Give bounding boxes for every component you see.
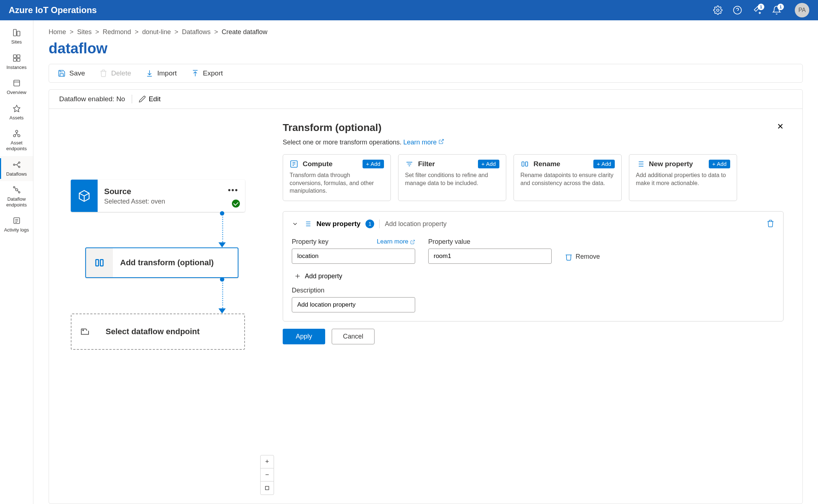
svg-point-23 xyxy=(83,330,84,331)
transform-panel-title: Transform (optional) xyxy=(283,122,381,134)
settings-icon[interactable] xyxy=(713,5,723,15)
connector-1 xyxy=(161,212,283,247)
chevron-down-icon xyxy=(292,221,298,227)
dataflows-icon xyxy=(12,160,22,170)
export-button[interactable]: Export xyxy=(191,69,223,77)
zoom-fit-button[interactable] xyxy=(261,482,274,495)
svg-rect-4 xyxy=(17,31,20,36)
notification-icon[interactable]: 1 xyxy=(772,5,782,15)
description-label: Description xyxy=(292,287,324,294)
transform-panel-subtitle: Select one or more transform operations.… xyxy=(283,139,795,146)
endpoint-node[interactable]: Select dataflow endpoint xyxy=(71,314,245,350)
description-input[interactable] xyxy=(292,297,415,312)
rename-card: Rename + Add Rename datapoints to ensure… xyxy=(514,154,622,201)
breadcrumb-donut-line[interactable]: donut-line xyxy=(142,28,171,36)
rename-add-button[interactable]: + Add xyxy=(593,160,615,168)
dataflow-endpoints-icon xyxy=(12,185,22,195)
dev-badge: 1 xyxy=(758,4,764,10)
main-panel: Dataflow enabled: No Edit Source Selecte… xyxy=(49,89,803,504)
zoom-out-button[interactable]: − xyxy=(261,468,274,482)
save-button[interactable]: Save xyxy=(58,69,85,77)
rule-count-badge: 1 xyxy=(365,220,374,228)
property-value-input[interactable] xyxy=(428,249,552,264)
property-key-label: Property key xyxy=(292,238,328,246)
svg-point-14 xyxy=(13,164,15,165)
sub-toolbar: Dataflow enabled: No Edit xyxy=(49,90,802,109)
header-actions: 1 1 PA xyxy=(713,3,809,17)
zoom-in-button[interactable]: + xyxy=(261,455,274,468)
svg-rect-31 xyxy=(525,162,528,166)
breadcrumb-dataflows[interactable]: Dataflows xyxy=(182,28,210,36)
rule-header[interactable]: New property 1 Add location property xyxy=(283,218,783,235)
page-title: dataflow xyxy=(49,40,803,57)
top-header: Azure IoT Operations 1 1 PA xyxy=(0,0,818,20)
transform-icon xyxy=(86,248,113,277)
learn-more-link[interactable]: Learn more xyxy=(377,238,415,245)
endpoint-icon xyxy=(71,314,98,349)
flow-canvas[interactable]: Source Selected Asset: oven ••• Add tran… xyxy=(49,109,283,504)
list-icon xyxy=(636,160,645,168)
activity-logs-icon xyxy=(12,216,22,226)
svg-point-1 xyxy=(733,6,741,14)
svg-line-44 xyxy=(412,240,414,242)
apply-button[interactable]: Apply xyxy=(283,329,325,344)
breadcrumb: Home> Sites> Redmond> donut-line> Datafl… xyxy=(49,28,803,36)
svg-rect-6 xyxy=(17,55,20,58)
asset-endpoints-icon xyxy=(12,128,22,139)
edit-button[interactable]: Edit xyxy=(139,95,161,103)
filter-card: Filter + Add Set filter conditions to re… xyxy=(398,154,506,201)
delete-rule-button[interactable] xyxy=(766,220,774,229)
dev-tools-icon[interactable]: 1 xyxy=(752,5,762,15)
sidebar-item-sites[interactable]: Sites xyxy=(0,24,33,49)
breadcrumb-sites[interactable]: Sites xyxy=(77,28,92,36)
property-value-label: Property value xyxy=(428,238,470,246)
svg-rect-8 xyxy=(17,58,20,61)
sidebar-item-asset-endpoints[interactable]: Asset endpoints xyxy=(0,125,33,156)
source-node[interactable]: Source Selected Asset: oven ••• xyxy=(71,180,245,212)
rules-panel: New property 1 Add location property xyxy=(283,211,784,321)
newprop-add-button[interactable]: + Add xyxy=(709,160,730,168)
compute-card: Compute + Add Transform data through con… xyxy=(283,154,391,201)
remove-button[interactable]: Remove xyxy=(565,253,600,261)
transform-node[interactable]: Add transform (optional) xyxy=(85,247,238,278)
svg-point-15 xyxy=(19,162,20,163)
add-property-button[interactable]: Add property xyxy=(294,273,774,280)
svg-line-25 xyxy=(441,139,443,142)
notif-badge: 1 xyxy=(777,4,784,10)
import-button[interactable]: Import xyxy=(146,69,177,77)
svg-point-16 xyxy=(19,166,20,168)
app-title: Azure IoT Operations xyxy=(9,5,713,15)
learn-more-link[interactable]: Learn more xyxy=(403,139,444,146)
filter-add-button[interactable]: + Add xyxy=(478,160,499,168)
delete-button: Delete xyxy=(99,69,131,77)
sidebar-item-dataflow-endpoints[interactable]: Dataflow endpoints xyxy=(0,181,33,212)
svg-rect-3 xyxy=(13,29,16,36)
sidebar-item-dataflows[interactable]: Dataflows xyxy=(0,156,33,181)
transform-cards: Compute + Add Transform data through con… xyxy=(283,154,784,201)
svg-rect-22 xyxy=(101,259,103,266)
sidebar-item-instances[interactable]: Instances xyxy=(0,49,33,75)
instances-icon xyxy=(12,53,22,63)
property-key-input[interactable] xyxy=(292,249,415,264)
source-more-icon[interactable]: ••• xyxy=(228,185,238,195)
svg-rect-5 xyxy=(13,55,16,58)
close-icon[interactable]: ✕ xyxy=(777,122,784,131)
svg-point-0 xyxy=(717,9,719,12)
help-icon[interactable] xyxy=(732,5,743,15)
zoom-controls: + − xyxy=(260,455,274,495)
svg-point-19 xyxy=(19,192,20,193)
sidebar-item-overview[interactable]: Overview xyxy=(0,74,33,100)
sidebar-item-assets[interactable]: Assets xyxy=(0,100,33,125)
sidebar-item-activity-logs[interactable]: Activity logs xyxy=(0,212,33,237)
enabled-status: Dataflow enabled: No xyxy=(59,95,125,103)
svg-rect-9 xyxy=(14,80,20,86)
cube-icon xyxy=(71,180,98,212)
transform-panel: Transform (optional) ✕ Select one or mor… xyxy=(283,109,802,504)
check-icon xyxy=(232,200,240,208)
rule-summary: Add location property xyxy=(385,220,761,228)
cancel-button[interactable]: Cancel xyxy=(332,329,375,344)
breadcrumb-home[interactable]: Home xyxy=(49,28,66,36)
compute-add-button[interactable]: + Add xyxy=(363,160,384,168)
avatar[interactable]: PA xyxy=(795,3,809,17)
breadcrumb-redmond[interactable]: Redmond xyxy=(103,28,131,36)
